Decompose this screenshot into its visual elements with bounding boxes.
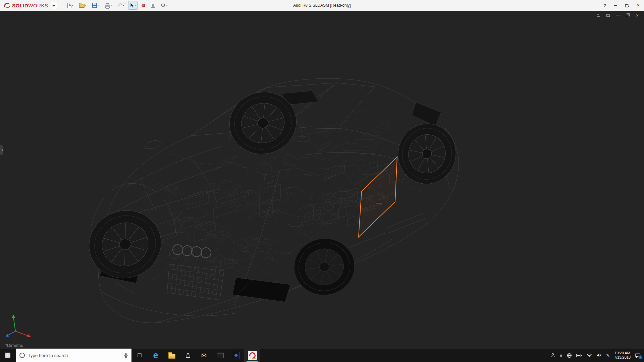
window-title: Audi R8 S.SLDASM [Read-only] — [293, 3, 351, 8]
help-button[interactable]: ? — [600, 0, 610, 11]
mail-icon: ✉ — [201, 352, 207, 359]
split-window-button[interactable] — [605, 12, 611, 18]
taskbar-console[interactable] — [212, 349, 228, 362]
restore-icon — [625, 4, 629, 7]
action-center-button[interactable]: 2 — [635, 353, 641, 358]
doc-close-button[interactable]: × — [635, 12, 640, 18]
notification-badge: 2 — [638, 355, 643, 359]
close-icon: × — [636, 12, 639, 18]
battery-icon[interactable] — [576, 354, 582, 357]
restore-button[interactable] — [621, 0, 633, 11]
volume-icon[interactable] — [597, 353, 602, 358]
chevron-down-icon[interactable]: ▾ — [72, 4, 73, 7]
hidden-icons-chevron[interactable]: ∧ — [559, 353, 563, 358]
solidworks-app-icon: 2017 — [248, 351, 257, 360]
window-controls: ? × — [600, 0, 644, 11]
selected-face[interactable] — [359, 157, 397, 237]
print-icon — [105, 5, 110, 8]
close-button[interactable]: × — [633, 0, 644, 11]
open-button[interactable]: ▾ — [77, 1, 88, 10]
rebuild-icon — [142, 4, 145, 7]
main-toolbar: ▾ ▾ ▾ ▾ ↶ ▾ ▾ ⚙ — [66, 1, 169, 10]
menu-expand-button[interactable]: ▶ — [51, 2, 57, 9]
task-view-icon — [137, 353, 143, 358]
brand-name: SOLIDWORKS — [12, 3, 48, 8]
task-view-button[interactable] — [131, 349, 148, 362]
restore-icon — [626, 13, 630, 17]
rebuild-button[interactable] — [140, 1, 147, 10]
doc-restore-button[interactable] — [625, 12, 630, 18]
console-window-icon — [217, 353, 224, 358]
split-window-icon — [606, 14, 610, 17]
people-icon[interactable] — [550, 353, 555, 358]
graphics-area[interactable]: × *Dimetric — [0, 11, 644, 349]
clock-date: 7/13/2018 — [614, 355, 631, 360]
taskbar-clock[interactable]: 10:20 AM 7/13/2018 — [614, 351, 631, 360]
taskbar-mail[interactable]: ✉ — [196, 349, 212, 362]
taskbar-search[interactable] — [16, 349, 131, 362]
pen-icon[interactable]: ✎ — [606, 353, 610, 358]
doc-minimize-button[interactable] — [615, 12, 621, 18]
windows-logo-icon — [5, 353, 11, 358]
chevron-down-icon[interactable]: ▾ — [123, 4, 124, 7]
taskbar-dark-app[interactable] — [228, 349, 244, 362]
taskbar-store[interactable] — [180, 349, 196, 362]
select-tool-button[interactable]: ▾ — [128, 1, 138, 10]
start-button[interactable] — [0, 349, 16, 362]
minimize-button[interactable] — [610, 0, 621, 11]
taskbar-file-explorer[interactable] — [164, 349, 180, 362]
file-properties-button[interactable] — [149, 1, 157, 10]
minimize-icon — [614, 5, 617, 6]
wireframe-detail-layer — [80, 85, 461, 307]
edge-icon: e — [153, 351, 158, 360]
close-icon: × — [637, 2, 640, 8]
file-properties-icon — [151, 3, 155, 8]
view-orientation-label: *Dimetric — [5, 343, 23, 348]
save-floppy-icon — [92, 3, 97, 8]
file-explorer-icon — [168, 354, 175, 359]
dark-app-icon — [233, 352, 240, 359]
solidworks-logo: SOLIDWORKS — [0, 0, 51, 11]
clock-time: 10:20 AM — [614, 351, 631, 355]
taskbar-edge[interactable]: e — [148, 349, 164, 362]
select-arrow-icon — [130, 3, 134, 8]
taskbar: e ✉ 2017 ∧ — [0, 349, 644, 362]
print-button[interactable]: ▾ — [103, 1, 114, 10]
new-document-icon — [67, 3, 71, 8]
chevron-down-icon[interactable]: ▾ — [166, 4, 167, 7]
new-document-button[interactable]: ▾ — [66, 1, 75, 10]
taskbar-solidworks[interactable]: 2017 — [244, 349, 260, 362]
new-window-button[interactable] — [596, 12, 601, 18]
orientation-triad — [3, 312, 35, 340]
new-window-icon — [597, 14, 600, 17]
chevron-down-icon[interactable]: ▾ — [111, 4, 112, 7]
options-button[interactable]: ⚙ ▾ — [159, 1, 169, 10]
chevron-down-icon[interactable]: ▾ — [135, 4, 136, 7]
wifi-icon[interactable] — [586, 353, 592, 358]
system-tray: ∧ ✎ 10:20 AM 7/13/2018 2 — [548, 349, 644, 362]
gear-icon: ⚙ — [161, 3, 165, 8]
ds-logo-icon — [3, 2, 11, 9]
cortana-icon — [19, 353, 25, 358]
minimize-icon — [616, 15, 620, 15]
featuremanager-flyout-handle[interactable] — [0, 145, 3, 155]
wireframe-model[interactable] — [0, 11, 644, 349]
microphone-icon[interactable] — [124, 353, 128, 358]
document-window-controls: × — [596, 12, 640, 18]
network-globe-icon[interactable] — [567, 353, 572, 358]
store-bag-icon — [185, 353, 191, 358]
search-input[interactable] — [28, 353, 121, 358]
open-folder-icon — [79, 4, 85, 8]
titlebar: SOLIDWORKS ▶ ▾ ▾ ▾ ▾ ↶ ▾ ▾ — [0, 0, 644, 11]
chevron-down-icon[interactable]: ▾ — [98, 4, 99, 7]
chevron-down-icon[interactable]: ▾ — [85, 4, 87, 7]
y-axis-arrow — [12, 314, 15, 318]
undo-icon: ↶ — [118, 3, 122, 8]
save-button[interactable]: ▾ — [91, 1, 101, 10]
undo-button[interactable]: ↶ ▾ — [116, 1, 126, 10]
